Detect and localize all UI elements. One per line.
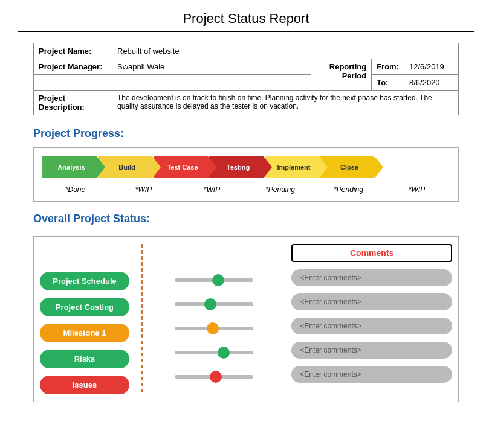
status-4: *Pending	[314, 185, 383, 194]
stage-close-label: Close	[340, 164, 358, 171]
status-box: Project Schedule Project Costing Milesto…	[33, 236, 459, 402]
slider-2[interactable]	[175, 320, 253, 337]
stage-analysis-label: Analysis	[57, 164, 85, 171]
project-manager-label: Project Manager:	[34, 59, 112, 75]
stage-testcase: Test Case	[154, 156, 208, 178]
stage-build: Build	[98, 156, 152, 178]
comments-header: Comments	[291, 244, 452, 262]
progress-section: Analysis Build Test Case Testing Impleme…	[33, 147, 459, 202]
slider-1[interactable]	[175, 296, 253, 313]
from-value: 12/6/2019	[404, 59, 459, 75]
project-costing-btn: Project Costing	[40, 298, 129, 316]
to-value: 8/6/2020	[404, 75, 459, 91]
description-value: The development is on track to finish on…	[112, 91, 459, 115]
page-title: Project Status Report	[0, 0, 492, 31]
to-label: To:	[372, 75, 404, 91]
stage-testing-label: Testing	[227, 164, 250, 171]
status-1: *WIP	[109, 185, 178, 194]
comment-0[interactable]: <Enter comments>	[291, 269, 452, 286]
stage-implement: Implement	[265, 156, 319, 178]
title-divider	[18, 31, 474, 32]
milestone1-btn: Milestone 1	[40, 324, 129, 342]
stage-implement-label: Implement	[277, 164, 310, 171]
status-5: *WIP	[383, 185, 451, 194]
info-table: Project Name: Rebuilt of website Project…	[33, 43, 459, 115]
status-row: *Done *WIP *WIP *Pending *Pending *WIP	[40, 183, 452, 196]
description-label: Project Description:	[34, 91, 112, 115]
comment-1[interactable]: <Enter comments>	[291, 293, 452, 310]
comment-4[interactable]: <Enter comments>	[291, 366, 452, 383]
spacer-cell	[34, 75, 112, 91]
stage-close: Close	[320, 156, 375, 178]
risks-btn: Risks	[40, 350, 129, 368]
project-manager-value: Swapnil Wale	[112, 59, 311, 75]
status-3: *Pending	[246, 185, 314, 194]
progress-title: Project Progress:	[33, 127, 459, 140]
arrows-row: Analysis Build Test Case Testing Impleme…	[40, 156, 452, 178]
left-divider	[141, 244, 143, 394]
issues-btn: Issues	[40, 376, 129, 394]
from-label: From:	[372, 59, 404, 75]
project-name-label: Project Name:	[34, 43, 112, 59]
spacer-cell2	[112, 75, 311, 91]
comments-col: Comments <Enter comments> <Enter comment…	[291, 244, 452, 394]
sliders-col	[147, 244, 281, 394]
reporting-period-label: Reporting Period	[311, 59, 372, 91]
slider-4[interactable]	[175, 368, 253, 385]
right-divider	[286, 244, 287, 394]
overall-status-title: Overall Project Status:	[33, 213, 459, 225]
info-section: Project Name: Rebuilt of website Project…	[33, 43, 459, 115]
stage-analysis: Analysis	[42, 156, 97, 178]
project-schedule-btn: Project Schedule	[40, 272, 129, 290]
slider-3[interactable]	[175, 344, 253, 361]
project-name-value: Rebuilt of website	[112, 43, 459, 59]
status-0: *Done	[41, 185, 109, 194]
overall-status-section: Project Schedule Project Costing Milesto…	[33, 236, 459, 402]
comment-3[interactable]: <Enter comments>	[291, 342, 452, 359]
stage-testing: Testing	[209, 156, 264, 178]
slider-0[interactable]	[175, 272, 253, 289]
stage-testcase-label: Test Case	[167, 164, 198, 171]
status-labels-col: Project Schedule Project Costing Milesto…	[40, 244, 137, 394]
status-2: *WIP	[178, 185, 246, 194]
comment-2[interactable]: <Enter comments>	[291, 318, 452, 334]
stage-build-label: Build	[118, 164, 135, 171]
